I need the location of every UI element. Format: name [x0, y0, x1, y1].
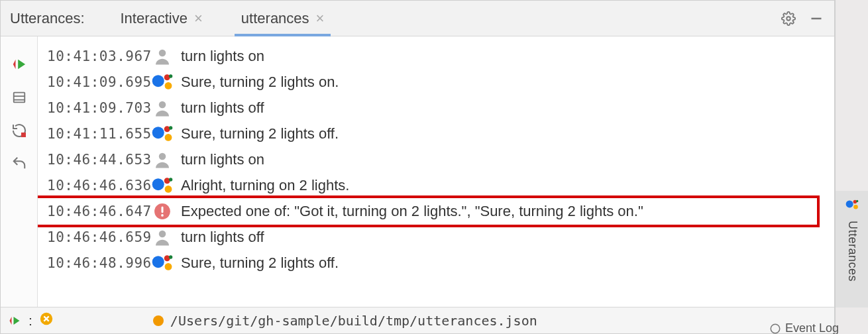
svg-point-36 — [771, 324, 780, 333]
timestamp: 10:46:48.996 — [47, 255, 144, 271]
panel-header: Utterances: Interactive × utterances × — [1, 1, 834, 36]
panel-title: Utterances: — [10, 10, 85, 27]
footer-colon: : — [28, 313, 32, 329]
log-message: turn lights on — [181, 151, 264, 168]
log-message: Sure, turning 2 lights on. — [181, 74, 339, 91]
svg-point-23 — [161, 214, 164, 217]
svg-point-24 — [159, 230, 166, 237]
log-message: Sure, turning 2 lights off. — [181, 254, 339, 272]
left-rail — [1, 36, 38, 307]
svg-point-32 — [846, 200, 853, 207]
svg-point-20 — [169, 178, 172, 181]
user-icon — [150, 96, 174, 120]
rerun-icon[interactable] — [7, 313, 22, 328]
svg-point-0 — [787, 17, 790, 21]
svg-point-19 — [165, 186, 172, 193]
layout-icon[interactable] — [10, 88, 28, 107]
svg-point-9 — [165, 82, 172, 89]
svg-point-7 — [152, 75, 164, 87]
svg-rect-22 — [161, 206, 163, 213]
cancel-icon[interactable] — [39, 311, 54, 329]
log-row[interactable]: 10:46:46.659turn lights off — [47, 224, 832, 250]
panel-body: 10:41:03.967turn lights on10:41:09.695Su… — [1, 36, 834, 307]
refresh-icon[interactable] — [10, 121, 28, 140]
svg-point-34 — [853, 205, 858, 209]
timestamp: 10:41:09.695 — [47, 74, 144, 90]
timestamp: 10:41:09.703 — [47, 100, 144, 116]
svg-point-16 — [159, 152, 166, 160]
svg-point-15 — [169, 126, 172, 129]
file-path: /Users/git/gh-sample/build/tmp/utterance… — [170, 313, 537, 329]
user-icon — [150, 148, 174, 172]
close-icon[interactable]: × — [316, 10, 325, 27]
log-message: turn lights on — [181, 48, 264, 65]
rerun-icon[interactable] — [10, 55, 28, 74]
svg-point-12 — [152, 127, 164, 139]
event-log-label: Event Log — [785, 321, 839, 334]
right-gutter: Utterances — [835, 0, 868, 334]
svg-point-27 — [165, 263, 172, 270]
event-log-link[interactable]: Event Log — [769, 321, 839, 334]
timestamp: 10:46:46.636 — [47, 178, 144, 194]
tab-interactive[interactable]: Interactive × — [114, 1, 209, 36]
svg-point-6 — [159, 49, 166, 56]
undo-icon[interactable] — [10, 154, 28, 173]
tab-label: utterances — [241, 10, 309, 27]
log-row[interactable]: 10:46:46.647Expected one of: "Got it, tu… — [47, 198, 832, 224]
svg-point-14 — [165, 134, 172, 141]
log-area: 10:41:03.967turn lights on10:41:09.695Su… — [38, 36, 834, 307]
svg-point-11 — [159, 101, 166, 108]
log-row[interactable]: 10:46:48.996Sure, turning 2 lights off. — [47, 250, 832, 276]
log-row[interactable]: 10:41:03.967turn lights on — [47, 43, 832, 69]
tab-label: Interactive — [121, 10, 188, 27]
assistant-icon — [845, 197, 859, 215]
gear-icon[interactable] — [780, 10, 797, 27]
assistant-icon — [150, 251, 174, 275]
log-row[interactable]: 10:41:09.703turn lights off — [47, 95, 832, 121]
timestamp: 10:41:03.967 — [47, 48, 144, 64]
log-message: turn lights off — [181, 99, 264, 117]
footer-status-bar: : /Users/git/gh-sample/build/tmp/utteran… — [1, 307, 834, 333]
svg-point-35 — [856, 200, 858, 202]
svg-point-10 — [169, 74, 172, 78]
status-dot-icon — [153, 315, 164, 326]
utterances-panel: Utterances: Interactive × utterances × — [0, 0, 835, 334]
timestamp: 10:46:46.659 — [47, 229, 144, 245]
assistant-icon — [150, 122, 174, 146]
log-row[interactable]: 10:46:44.653turn lights on — [47, 146, 832, 172]
tab-utterances[interactable]: utterances × — [235, 1, 331, 36]
log-row[interactable]: 10:41:11.655Sure, turning 2 lights off. — [47, 121, 832, 146]
user-icon — [150, 225, 174, 249]
log-message: turn lights off — [181, 229, 264, 246]
svg-rect-2 — [13, 93, 25, 103]
log-row[interactable]: 10:46:46.636Alright, turning on 2 lights… — [47, 172, 832, 198]
side-tab-label: Utterances — [845, 221, 859, 282]
log-message: Sure, turning 2 lights off. — [181, 125, 339, 142]
side-tab-utterances[interactable]: Utterances — [836, 191, 868, 307]
svg-point-25 — [152, 256, 164, 268]
assistant-icon — [150, 70, 174, 94]
log-row[interactable]: 10:41:09.695Sure, turning 2 lights on. — [47, 69, 832, 95]
log-message: Expected one of: "Got it, turning on 2 l… — [181, 203, 643, 220]
timestamp: 10:41:11.655 — [47, 126, 144, 142]
svg-point-28 — [169, 255, 172, 258]
user-icon — [150, 44, 174, 68]
svg-rect-5 — [21, 133, 26, 137]
assistant-icon — [150, 174, 174, 197]
log-message: Alright, turning on 2 lights. — [181, 177, 349, 194]
error-icon — [150, 199, 174, 223]
timestamp: 10:46:44.653 — [47, 152, 144, 168]
timestamp: 10:46:46.647 — [47, 203, 144, 219]
minimize-icon[interactable] — [808, 10, 825, 27]
svg-point-17 — [152, 178, 164, 190]
close-icon[interactable]: × — [194, 10, 203, 27]
